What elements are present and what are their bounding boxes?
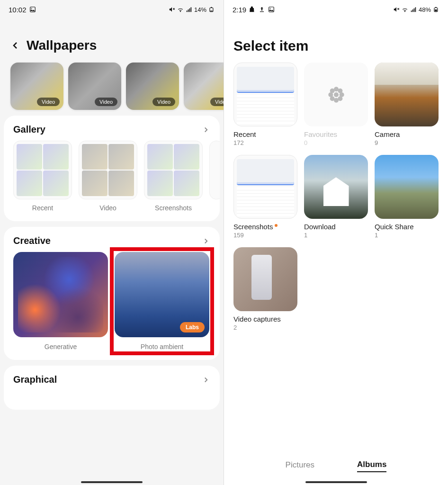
nav-indicator[interactable] xyxy=(81,481,143,483)
album-screenshots[interactable]: Screenshots 159 xyxy=(233,155,297,239)
album-thumb xyxy=(233,247,297,311)
album-count: 0 xyxy=(304,139,368,146)
wifi-icon xyxy=(402,6,408,13)
gallery-section: Gallery Recent Video Screenshots xyxy=(4,116,220,221)
tab-albums[interactable]: Albums xyxy=(357,460,386,472)
album-name: Favourites xyxy=(304,130,368,138)
video-badge: Video xyxy=(210,98,224,106)
album-count: 9 xyxy=(375,139,439,146)
graphical-header[interactable]: Graphical xyxy=(4,374,220,391)
status-bar: 10:02 14% xyxy=(0,0,224,19)
nav-indicator[interactable] xyxy=(305,481,367,483)
album-name: Screenshots xyxy=(233,223,297,231)
svg-rect-4 xyxy=(187,10,188,12)
gallery-item-screenshots[interactable]: Screenshots xyxy=(144,141,203,212)
album-count: 2 xyxy=(233,324,297,331)
album-thumb xyxy=(304,63,368,126)
creative-label: Generative xyxy=(13,343,108,350)
bottom-tabs: Pictures Albums xyxy=(224,447,448,485)
creative-item-generative[interactable]: Generative xyxy=(13,252,108,350)
chevron-right-icon xyxy=(202,237,210,245)
album-camera[interactable]: Camera 9 xyxy=(375,63,439,146)
creative-row: Generative Labs Photo ambient xyxy=(4,252,220,350)
svg-rect-7 xyxy=(190,7,191,12)
album-name: Camera xyxy=(375,130,439,138)
svg-point-30 xyxy=(338,96,342,101)
gallery-item-partial[interactable] xyxy=(209,141,220,212)
svg-point-22 xyxy=(334,92,339,97)
header: Wallpapers xyxy=(0,19,224,63)
album-count: 172 xyxy=(233,139,297,146)
album-recent[interactable]: Recent 172 xyxy=(233,63,297,146)
chevron-right-icon xyxy=(202,126,210,134)
gallery-thumb xyxy=(79,141,137,199)
album-thumb xyxy=(304,155,368,219)
page-title: Wallpapers xyxy=(27,38,97,53)
graphical-section: Graphical xyxy=(4,366,220,410)
back-icon[interactable] xyxy=(9,40,21,51)
svg-rect-9 xyxy=(211,7,212,8)
album-quick-share[interactable]: Quick Share 1 xyxy=(375,155,439,239)
status-time: 2:19 xyxy=(233,6,246,14)
gallery-item-recent[interactable]: Recent xyxy=(13,141,72,212)
gallery-thumb xyxy=(209,141,220,199)
section-title: Creative xyxy=(13,235,51,246)
gallery-item-video[interactable]: Video xyxy=(79,141,137,212)
mute-icon xyxy=(169,6,175,13)
album-name: Quick Share xyxy=(375,223,439,231)
status-battery: 48% xyxy=(419,6,431,13)
video-wallpaper-item[interactable]: Video xyxy=(126,63,179,110)
video-wallpaper-item[interactable]: Video xyxy=(184,63,224,110)
album-favourites[interactable]: Favourites 0 xyxy=(304,63,368,146)
video-badge: Video xyxy=(95,98,117,106)
signal-icon xyxy=(410,6,417,13)
album-count: 1 xyxy=(375,232,439,239)
bag-icon xyxy=(249,6,256,13)
chevron-right-icon xyxy=(202,376,210,384)
album-count: 159 xyxy=(233,232,297,239)
tab-pictures[interactable]: Pictures xyxy=(286,460,314,472)
album-video-captures[interactable]: Video captures 2 xyxy=(233,247,297,331)
creative-section: Creative Generative Labs Photo ambient xyxy=(4,227,220,360)
video-wallpaper-item[interactable]: Video xyxy=(10,63,63,110)
battery-icon xyxy=(433,6,439,13)
select-item-screen: 2:19 48% Select item Recent 172 Favourit… xyxy=(224,0,448,485)
page-title: Select item xyxy=(224,19,448,63)
creative-thumb xyxy=(13,252,108,337)
svg-rect-10 xyxy=(210,10,213,11)
svg-point-28 xyxy=(338,88,342,93)
svg-rect-20 xyxy=(435,7,436,8)
svg-point-12 xyxy=(270,8,271,9)
svg-point-1 xyxy=(31,8,32,9)
creative-item-photo-ambient[interactable]: Labs Photo ambient xyxy=(115,252,209,350)
albums-grid: Recent 172 Favourites 0 Camera 9 Screens… xyxy=(224,63,448,331)
gallery-thumb xyxy=(13,141,72,199)
section-title: Graphical xyxy=(13,374,57,385)
svg-rect-17 xyxy=(414,9,415,12)
labs-badge: Labs xyxy=(180,322,205,332)
album-thumb xyxy=(375,63,439,126)
upload-icon xyxy=(259,6,265,13)
signal-icon xyxy=(186,6,192,13)
gallery-thumb xyxy=(144,141,203,199)
status-time: 10:02 xyxy=(9,6,27,14)
svg-rect-5 xyxy=(188,9,189,12)
album-thumb xyxy=(233,155,297,219)
svg-rect-6 xyxy=(189,9,190,12)
album-count: 1 xyxy=(304,232,368,239)
svg-rect-21 xyxy=(435,9,437,11)
album-thumb xyxy=(233,63,297,126)
album-thumb xyxy=(375,155,439,219)
svg-rect-18 xyxy=(415,7,416,12)
video-badge: Video xyxy=(152,98,175,106)
section-title: Gallery xyxy=(13,124,45,135)
gallery-header[interactable]: Gallery xyxy=(4,124,220,141)
album-name: Recent xyxy=(233,130,297,138)
album-name: Download xyxy=(304,223,368,231)
svg-rect-16 xyxy=(412,9,413,12)
svg-point-29 xyxy=(330,96,334,101)
status-battery: 14% xyxy=(194,6,206,13)
wallpapers-screen: 10:02 14% Wallpapers Video Video Video V… xyxy=(0,0,224,485)
album-download[interactable]: Download 1 xyxy=(304,155,368,239)
video-wallpaper-item[interactable]: Video xyxy=(68,63,121,110)
